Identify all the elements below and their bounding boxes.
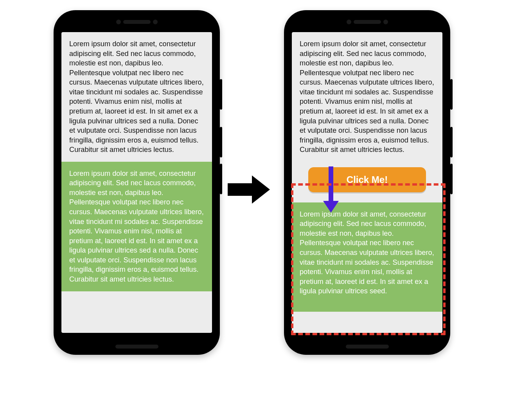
phone-sensors — [54, 18, 220, 25]
phone-before: Lorem ipsum dolor sit amet, consectetur … — [54, 10, 220, 355]
phone-chin — [346, 345, 389, 349]
phone-chin — [115, 345, 158, 349]
inserted-ad-block: Click Me! — [292, 162, 442, 202]
screen-after: Lorem ipsum dolor sit amet, consectetur … — [292, 32, 442, 333]
paragraph-top: Lorem ipsum dolor sit amet, consectetur … — [292, 32, 442, 162]
volume-down-button — [220, 164, 222, 194]
paragraph-green-shifted: Lorem ipsum dolor sit amet, consectetur … — [292, 202, 442, 312]
click-me-button[interactable]: Click Me! — [308, 167, 426, 192]
volume-up-button — [450, 127, 453, 157]
paragraph-green: Lorem ipsum dolor sit amet, consectetur … — [61, 162, 212, 291]
volume-down-button — [450, 164, 453, 194]
power-button — [450, 79, 453, 110]
screen-before: Lorem ipsum dolor sit amet, consectetur … — [61, 32, 212, 333]
transition-arrow-icon — [228, 174, 273, 205]
phone-sensors — [284, 18, 450, 25]
phone-after: Lorem ipsum dolor sit amet, consectetur … — [284, 10, 450, 355]
power-button — [220, 79, 222, 110]
volume-up-button — [220, 127, 222, 157]
paragraph-top: Lorem ipsum dolor sit amet, consectetur … — [61, 32, 212, 162]
